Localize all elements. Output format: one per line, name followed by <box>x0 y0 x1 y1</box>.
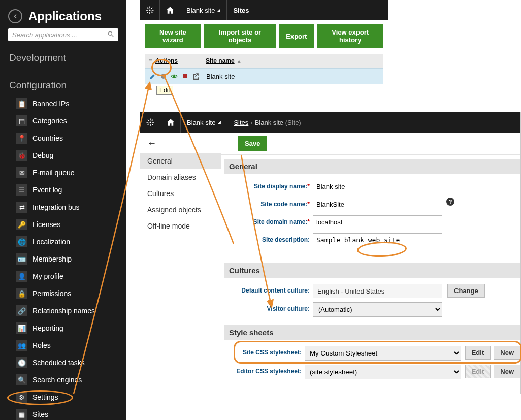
back-arrow[interactable]: ← <box>147 138 167 149</box>
tab-domain-aliases[interactable]: Domain aliases <box>140 169 221 185</box>
home-icon[interactable] <box>160 112 181 133</box>
svg-line-1 <box>112 35 114 37</box>
sidebar-item-label: Localization <box>32 238 70 246</box>
breadcrumb-sites-link[interactable]: Sites <box>234 119 248 126</box>
sidebar-item-search-engines[interactable]: 🔍Search engines <box>0 371 126 389</box>
col-actions[interactable]: Actions <box>155 57 178 64</box>
val-default-culture: English - United States <box>313 284 442 298</box>
hamburger-icon[interactable]: ≡ <box>149 57 152 64</box>
nav-icon: 🕒 <box>16 357 27 368</box>
sidebar-item-label: Search engines <box>32 376 82 384</box>
svg-rect-13 <box>183 74 187 78</box>
nav-icon: ▤ <box>16 115 27 126</box>
change-button[interactable]: Change <box>447 284 485 298</box>
search-input[interactable] <box>12 31 107 39</box>
search-input-wrap[interactable] <box>8 28 118 41</box>
new-editor-css-button[interactable]: New <box>494 365 520 378</box>
logo-icon[interactable] <box>140 0 160 20</box>
tab-cultures[interactable]: Cultures <box>140 185 221 202</box>
site-edit-panel: Blank site◢ Sites › Blank site (Site) ← … <box>140 112 521 394</box>
inp-display-name[interactable] <box>313 180 442 193</box>
tab-off-line-mode[interactable]: Off-line mode <box>140 218 221 234</box>
sidebar-item-integration-bus[interactable]: ⇄Integration bus <box>0 199 126 216</box>
export-button[interactable]: Export <box>279 24 314 48</box>
lbl-site-css: Site CSS stylesheet: <box>243 349 302 356</box>
sidebar-item-relationship-names[interactable]: 🔗Relationship names <box>0 302 126 319</box>
sidebar-item-label: Event log <box>32 186 62 194</box>
sidebar-item-settings[interactable]: ⚙Settings <box>0 389 126 406</box>
search-icon <box>107 30 114 39</box>
import-button[interactable]: Import site or objects <box>204 24 276 48</box>
sidebar-item-permissions[interactable]: 🔒Permissions <box>0 285 126 302</box>
sel-editor-css[interactable]: (site stylesheet) <box>305 365 461 379</box>
sel-visitor-culture[interactable]: (Automatic) <box>313 302 442 317</box>
lbl-domain: Site domain name: <box>253 218 308 225</box>
svg-point-2 <box>149 10 150 11</box>
inp-description[interactable] <box>313 233 442 253</box>
sidebar-item-label: Licenses <box>32 220 60 229</box>
sidebar-item-label: Permissions <box>32 289 71 298</box>
sidebar-item-label: Debug <box>32 151 53 159</box>
svg-line-10 <box>147 12 148 13</box>
new-css-button[interactable]: New <box>494 346 520 360</box>
svg-point-0 <box>108 31 112 35</box>
sidebar-item-reporting[interactable]: 📊Reporting <box>0 319 126 337</box>
svg-line-8 <box>151 12 152 13</box>
sidebar-item-label: Settings <box>32 393 58 401</box>
sidebar-item-scheduled-tasks[interactable]: 🕒Scheduled tasks <box>0 354 126 371</box>
inp-code-name[interactable] <box>313 198 442 211</box>
breadcrumb-current: Blank site <box>255 119 283 126</box>
back-button[interactable] <box>8 9 22 23</box>
export-icon[interactable] <box>192 73 199 80</box>
sidebar-item-sites[interactable]: ▦Sites <box>0 406 126 420</box>
home-icon[interactable] <box>160 0 180 20</box>
nav-icon: 🔒 <box>16 288 27 299</box>
edit-css-button[interactable]: Edit <box>465 346 491 360</box>
sidebar: Applications Development Configuration 📋… <box>0 0 126 420</box>
sidebar-item-label: Banned IPs <box>32 100 69 108</box>
sort-asc-icon: ▲ <box>237 58 242 64</box>
sel-site-css[interactable]: My Custom Stylesheet <box>305 346 461 361</box>
sidebar-item-e-mail-queue[interactable]: ✉E-mail queue <box>0 164 126 181</box>
sidebar-item-label: E-mail queue <box>32 169 75 177</box>
delete-icon[interactable] <box>160 73 167 79</box>
nav-icon: ✉ <box>16 167 27 178</box>
inp-domain[interactable] <box>313 215 442 229</box>
eye-icon[interactable] <box>171 73 178 80</box>
lbl-description: Site description: <box>262 236 310 243</box>
sidebar-item-label: Scheduled tasks <box>32 359 85 367</box>
nav-icon: 👤 <box>16 271 27 282</box>
sidebar-item-debug[interactable]: 🐞Debug <box>0 147 126 164</box>
svg-line-22 <box>147 124 148 125</box>
sidebar-item-membership[interactable]: 🪪Membership <box>0 250 126 268</box>
sidebar-item-label: Countries <box>32 134 63 142</box>
col-sitename[interactable]: Site name <box>206 57 235 64</box>
breadcrumb-sites: Sites <box>227 0 255 20</box>
sidebar-item-banned-ips[interactable]: 📋Banned IPs <box>0 95 126 112</box>
save-button[interactable]: Save <box>238 136 267 151</box>
sidebar-item-my-profile[interactable]: 👤My profile <box>0 268 126 285</box>
edit-icon[interactable] <box>149 73 156 80</box>
edit-editor-css-button: Edit <box>465 365 491 378</box>
new-site-wizard-button[interactable]: New site wizard <box>145 24 201 48</box>
sidebar-item-event-log[interactable]: ☰Event log <box>0 181 126 199</box>
nav-icon: 🐞 <box>16 150 27 161</box>
sidebar-item-categories[interactable]: ▤Categories <box>0 112 126 130</box>
sidebar-item-licenses[interactable]: 🔑Licenses <box>0 216 126 233</box>
sidebar-item-localization[interactable]: 🌐Localization <box>0 233 126 250</box>
export-history-button[interactable]: View export history <box>317 24 383 48</box>
tab-assigned-objects[interactable]: Assigned objects <box>140 202 221 218</box>
sidebar-item-label: Membership <box>32 255 72 263</box>
stop-icon[interactable] <box>182 73 188 79</box>
info-icon[interactable]: ? <box>446 198 454 206</box>
lbl-visitor-culture: Visitor culture: <box>267 305 310 312</box>
site-selector[interactable]: Blank site◢ <box>180 0 227 20</box>
sidebar-item-roles[interactable]: 👥Roles <box>0 337 126 354</box>
svg-point-11 <box>161 74 166 79</box>
nav-icon: 🪪 <box>16 253 27 265</box>
sidebar-item-countries[interactable]: 📍Countries <box>0 130 126 147</box>
logo-icon[interactable] <box>140 112 160 133</box>
tab-general[interactable]: General <box>140 153 221 169</box>
lbl-editor-css: Editor CSS stylesheet: <box>236 368 302 375</box>
site-selector[interactable]: Blank site◢ <box>181 112 227 133</box>
